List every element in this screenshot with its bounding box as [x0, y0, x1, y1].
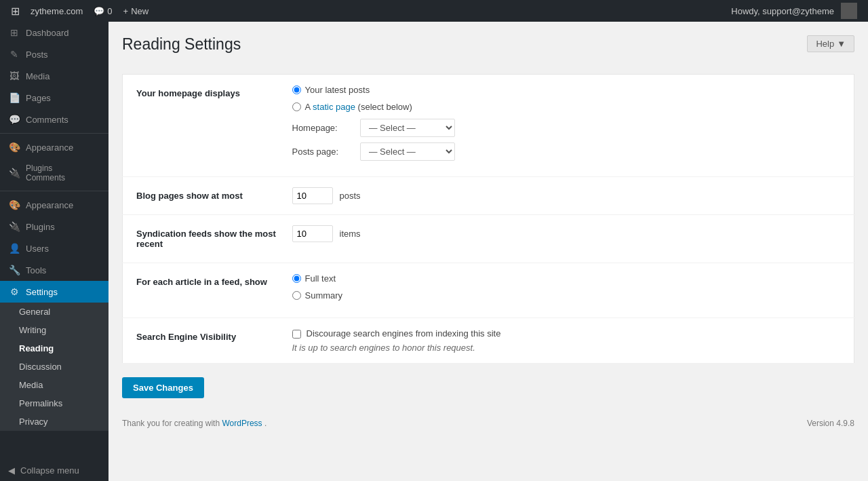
submenu-media[interactable]: Media — [0, 376, 108, 394]
search-engine-label: Search Engine Visibility — [123, 318, 285, 364]
save-changes-button[interactable]: Save Changes — [122, 377, 204, 398]
latest-posts-label: Your latest posts — [305, 85, 370, 95]
feed-article-row: For each article in a feed, show Full te… — [123, 263, 854, 318]
site-name: zytheme.com — [31, 6, 83, 16]
sidebar-item-label: Settings — [26, 287, 58, 297]
appearance2-icon: 🎨 — [8, 199, 20, 210]
plugins-icon: 🔌 — [8, 221, 20, 232]
sidebar-item-label: Dashboard — [26, 28, 69, 38]
comments-count: 0 — [107, 6, 112, 16]
wordpress-icon: ⊞ — [11, 5, 20, 18]
blog-pages-suffix: posts — [340, 191, 361, 201]
footer-period: . — [264, 419, 267, 428]
full-text-option[interactable]: Full text — [292, 273, 848, 284]
syndication-feeds-input[interactable] — [292, 225, 333, 242]
collapse-icon: ◀ — [8, 465, 15, 476]
homepage-select-label: Homepage: — [292, 123, 353, 133]
summary-radio[interactable] — [292, 291, 301, 300]
sidebar-item-tools[interactable]: 🔧 Tools — [0, 259, 108, 281]
page-title: Reading Settings — [122, 35, 241, 54]
full-text-radio[interactable] — [292, 274, 301, 283]
sidebar-item-label: Posts — [26, 50, 48, 60]
media-icon: 🖼 — [8, 71, 20, 81]
comments-icon: 💬 — [8, 114, 20, 125]
sidebar-item-pages[interactable]: 📄 Pages — [0, 87, 108, 109]
pages-icon: 📄 — [8, 92, 20, 103]
search-engine-row: Search Engine Visibility Discourage sear… — [123, 318, 854, 364]
sidebar-item-settings[interactable]: ⚙ Settings — [0, 281, 108, 303]
summary-label: Summary — [305, 290, 343, 301]
sidebar-item-label: Tools — [26, 265, 46, 275]
appearance-icon: 🎨 — [8, 142, 20, 153]
submenu-writing[interactable]: Writing — [0, 321, 108, 339]
sidebar-item-media[interactable]: 🖼 Media — [0, 65, 108, 87]
settings-submenu: General Writing Reading Discussion Media… — [0, 303, 108, 431]
sidebar-item-label: Pages — [26, 93, 51, 103]
syndication-feeds-suffix: items — [340, 229, 361, 239]
blog-pages-row: Blog pages show at most posts — [123, 177, 854, 215]
footer-version: Version 4.9.8 — [807, 419, 854, 428]
plus-icon: + — [123, 6, 129, 16]
summary-option[interactable]: Summary — [292, 290, 848, 301]
blog-pages-input[interactable] — [292, 187, 333, 204]
feed-article-label: For each article in a feed, show — [123, 263, 285, 318]
feed-article-field: Full text Summary — [285, 263, 854, 318]
sidebar-item-label: Plugins — [26, 222, 55, 232]
sidebar-item-label: Users — [26, 244, 49, 254]
submenu-reading[interactable]: Reading — [0, 339, 108, 358]
wordpress-link[interactable]: WordPress — [222, 419, 262, 428]
user-avatar — [841, 3, 857, 19]
latest-posts-radio[interactable] — [292, 85, 301, 94]
posts-icon: ✎ — [8, 49, 20, 60]
sidebar-item-comments[interactable]: 💬 Comments — [0, 109, 108, 130]
homepage-select[interactable]: — Select — — [360, 119, 455, 137]
posts-page-select[interactable]: — Select — — [360, 142, 455, 161]
sidebar-item-users[interactable]: 👤 Users — [0, 237, 108, 259]
static-page-link[interactable]: static page — [313, 102, 355, 112]
site-name-link[interactable]: zytheme.com — [25, 0, 88, 22]
new-content-link[interactable]: + New — [118, 0, 155, 22]
search-engine-checkbox-label: Discourage search engines from indexing … — [307, 328, 501, 339]
blog-pages-label: Blog pages show at most — [123, 177, 285, 215]
submenu-permalinks[interactable]: Permalinks — [0, 394, 108, 412]
help-chevron-icon: ▼ — [837, 39, 846, 49]
footer: Thank you for creating with WordPress . … — [122, 412, 854, 435]
sidebar-item-posts[interactable]: ✎ Posts — [0, 43, 108, 65]
submenu-privacy[interactable]: Privacy — [0, 412, 108, 431]
help-button[interactable]: Help ▼ — [807, 35, 854, 52]
homepage-displays-row: Your homepage displays Your latest posts… — [123, 75, 854, 177]
collapse-menu-button[interactable]: ◀ Collapse menu — [0, 460, 108, 481]
posts-page-select-label: Posts page: — [292, 147, 353, 157]
static-page-option[interactable]: A static page (select below) — [292, 102, 848, 112]
static-suffix: (select below) — [358, 102, 412, 112]
submit-section: Save Changes — [122, 377, 854, 398]
sidebar-item-plugins-comments[interactable]: 🔌 Plugins Comments — [0, 158, 108, 188]
static-page-label: A static page (select below) — [305, 102, 412, 112]
footer-thank-you: Thank you for creating with — [122, 419, 220, 428]
dashboard-icon: ⊞ — [8, 27, 20, 38]
sidebar-item-label: Plugins Comments — [26, 163, 65, 182]
static-prefix: A — [305, 102, 311, 112]
comments-link[interactable]: 💬 0 — [88, 0, 117, 22]
static-page-radio[interactable] — [292, 102, 301, 111]
homepage-displays-field: Your latest posts A static page (select … — [285, 75, 854, 177]
submenu-discussion[interactable]: Discussion — [0, 358, 108, 376]
search-engine-option[interactable]: Discourage search engines from indexing … — [292, 328, 848, 339]
sidebar-item-appearance2[interactable]: 🎨 Appearance — [0, 194, 108, 216]
wp-logo[interactable]: ⊞ — [5, 0, 25, 22]
sidebar-item-label: Media — [26, 71, 50, 81]
search-engine-field: Discourage search engines from indexing … — [285, 318, 854, 364]
homepage-displays-label: Your homepage displays — [123, 75, 285, 177]
help-label: Help — [816, 39, 834, 49]
sidebar-item-label: Appearance — [26, 200, 73, 210]
collapse-label: Collapse menu — [20, 465, 79, 476]
homepage-select-row: Homepage: — Select — — [292, 119, 848, 137]
submenu-general[interactable]: General — [0, 303, 108, 321]
search-engine-note: It is up to search engines to honor this… — [292, 343, 848, 353]
search-engine-checkbox[interactable] — [292, 330, 301, 339]
latest-posts-option[interactable]: Your latest posts — [292, 85, 848, 95]
sidebar-item-dashboard[interactable]: ⊞ Dashboard — [0, 22, 108, 43]
footer-credit: Thank you for creating with WordPress . — [122, 419, 267, 428]
sidebar-item-appearance1[interactable]: 🎨 Appearance — [0, 136, 108, 158]
sidebar-item-plugins[interactable]: 🔌 Plugins — [0, 216, 108, 237]
